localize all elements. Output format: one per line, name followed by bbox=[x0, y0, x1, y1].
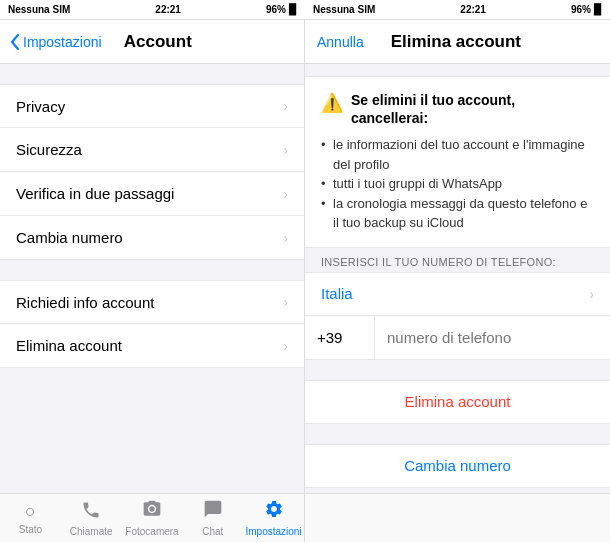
tab-stato[interactable]: ○ Stato bbox=[0, 494, 61, 542]
chiamate-icon bbox=[81, 500, 101, 524]
right-nav: Annulla Elimina account bbox=[305, 20, 610, 63]
settings-item-privacy[interactable]: Privacy › bbox=[0, 84, 304, 128]
left-battery: 96% bbox=[266, 4, 286, 15]
warning-icon: ⚠️ bbox=[321, 92, 343, 114]
tab-impostazioni-label: Impostazioni bbox=[246, 526, 302, 537]
chevron-icon: › bbox=[283, 98, 288, 114]
warning-header: ⚠️ Se elimini il tuo account, cancellera… bbox=[321, 91, 594, 127]
settings-item-elimina-account[interactable]: Elimina account › bbox=[0, 324, 304, 368]
impostazioni-icon bbox=[264, 499, 284, 524]
back-label: Impostazioni bbox=[23, 34, 102, 50]
cambia-numero-label: Cambia numero bbox=[16, 229, 123, 246]
sicurezza-label: Sicurezza bbox=[16, 141, 82, 158]
battery-icon: ▉ bbox=[289, 4, 297, 15]
tab-chat-label: Chat bbox=[202, 526, 223, 537]
tab-bar-left: ○ Stato Chiamate Fotocamera Chat Impos bbox=[0, 494, 305, 542]
left-panel: Privacy › Sicurezza › Verifica in due pa… bbox=[0, 64, 305, 493]
phone-section-label: INSERISCI IL TUO NUMERO DI TELEFONO: bbox=[305, 248, 610, 272]
settings-group-1: Privacy › Sicurezza › Verifica in due pa… bbox=[0, 84, 304, 260]
settings-group-2: Richiedi info account › Elimina account … bbox=[0, 280, 304, 368]
richiedi-info-label: Richiedi info account bbox=[16, 294, 154, 311]
right-battery: 96% bbox=[571, 4, 591, 15]
settings-item-verifica[interactable]: Verifica in due passaggi › bbox=[0, 172, 304, 216]
tab-chiamate[interactable]: Chiamate bbox=[61, 494, 122, 542]
settings-item-richiedi-info[interactable]: Richiedi info account › bbox=[0, 280, 304, 324]
left-status-icons: 96% ▉ bbox=[266, 4, 297, 15]
warning-title: Se elimini il tuo account, cancellerai: bbox=[351, 91, 594, 127]
cancel-button[interactable]: Annulla bbox=[317, 34, 364, 50]
country-selector[interactable]: Italia › bbox=[305, 272, 610, 316]
right-status-bar: Nessuna SIM 22:21 96% ▉ bbox=[305, 0, 610, 20]
change-number-button[interactable]: Cambia numero bbox=[305, 444, 610, 488]
back-button[interactable]: Impostazioni bbox=[10, 34, 102, 50]
stato-icon: ○ bbox=[25, 501, 36, 522]
right-status-icons: 96% ▉ bbox=[571, 4, 602, 15]
right-battery-icon: ▉ bbox=[594, 4, 602, 15]
country-chevron-icon: › bbox=[589, 286, 594, 302]
chevron-icon: › bbox=[283, 142, 288, 158]
tab-fotocamera-label: Fotocamera bbox=[125, 526, 178, 537]
phone-input-row: +39 bbox=[305, 316, 610, 360]
warning-card: ⚠️ Se elimini il tuo account, cancellera… bbox=[305, 76, 610, 248]
chevron-icon: › bbox=[283, 230, 288, 246]
chevron-icon: › bbox=[283, 186, 288, 202]
back-chevron-icon bbox=[10, 34, 20, 50]
left-carrier: Nessuna SIM bbox=[8, 4, 70, 15]
fotocamera-icon bbox=[142, 499, 162, 524]
warning-bullet-3: la cronologia messaggi da questo telefon… bbox=[321, 194, 594, 233]
warning-bullet-1: le informazioni del tuo account e l'imma… bbox=[321, 135, 594, 174]
chevron-icon: › bbox=[283, 294, 288, 310]
tab-bar: ○ Stato Chiamate Fotocamera Chat Impos bbox=[0, 493, 610, 542]
tab-fotocamera[interactable]: Fotocamera bbox=[122, 494, 183, 542]
delete-account-button[interactable]: Elimina account bbox=[305, 380, 610, 424]
left-nav-title: Account bbox=[102, 32, 214, 52]
country-code: +39 bbox=[305, 316, 375, 359]
left-time: 22:21 bbox=[155, 4, 181, 15]
phone-input[interactable] bbox=[375, 316, 610, 359]
change-number-label: Cambia numero bbox=[404, 457, 511, 474]
left-status-bar: Nessuna SIM 22:21 96% ▉ bbox=[0, 0, 305, 20]
settings-item-sicurezza[interactable]: Sicurezza › bbox=[0, 128, 304, 172]
tab-impostazioni[interactable]: Impostazioni bbox=[243, 494, 304, 542]
chevron-icon: › bbox=[283, 338, 288, 354]
country-name: Italia bbox=[321, 285, 353, 302]
settings-item-cambia-numero[interactable]: Cambia numero › bbox=[0, 216, 304, 260]
chat-icon bbox=[203, 499, 223, 524]
warning-list: le informazioni del tuo account e l'imma… bbox=[321, 135, 594, 233]
elimina-account-label: Elimina account bbox=[16, 337, 122, 354]
delete-account-label: Elimina account bbox=[405, 393, 511, 410]
tab-chiamate-label: Chiamate bbox=[70, 526, 113, 537]
left-nav: Impostazioni Account bbox=[0, 20, 305, 63]
privacy-label: Privacy bbox=[16, 98, 65, 115]
right-carrier: Nessuna SIM bbox=[313, 4, 375, 15]
right-panel: ⚠️ Se elimini il tuo account, cancellera… bbox=[305, 64, 610, 493]
verifica-label: Verifica in due passaggi bbox=[16, 185, 174, 202]
right-nav-title: Elimina account bbox=[364, 32, 548, 52]
right-time: 22:21 bbox=[460, 4, 486, 15]
tab-stato-label: Stato bbox=[19, 524, 42, 535]
warning-bullet-2: tutti i tuoi gruppi di WhatsApp bbox=[321, 174, 594, 194]
tab-chat[interactable]: Chat bbox=[182, 494, 243, 542]
